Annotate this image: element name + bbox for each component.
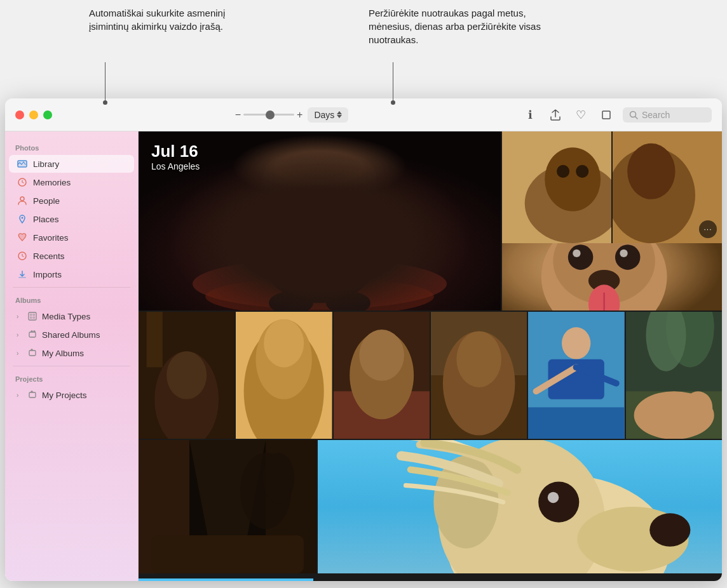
svg-point-95 [548, 492, 559, 504]
favorites-label: Favorites [33, 233, 69, 243]
svg-rect-88 [151, 535, 304, 573]
favorite-button[interactable]: ♡ [572, 106, 590, 124]
svg-point-23 [292, 196, 315, 219]
sidebar-item-imports[interactable]: Imports [9, 265, 134, 283]
more-photos-button[interactable]: ··· [699, 220, 717, 238]
sidebar-item-my-albums[interactable]: › My Albums [9, 344, 134, 362]
favorites-icon [17, 232, 28, 243]
svg-rect-0 [602, 111, 610, 119]
search-placeholder: Search [642, 110, 670, 120]
expand-arrow-my-albums: › [17, 350, 23, 357]
svg-point-5 [20, 197, 24, 201]
info-button[interactable]: ℹ [521, 106, 539, 124]
close-button[interactable] [15, 110, 24, 119]
svg-rect-12 [30, 317, 32, 319]
photo-right-top: ··· [502, 131, 722, 243]
divider-1 [13, 287, 130, 288]
zoom-out-button[interactable]: − [235, 109, 241, 121]
svg-point-31 [339, 157, 377, 208]
svg-rect-13 [33, 317, 36, 319]
photo-right-col: ··· [502, 131, 722, 311]
days-label: Days [314, 110, 334, 120]
svg-line-2 [635, 116, 638, 119]
sidebar-item-media-types[interactable]: › Media Types [9, 307, 134, 325]
search-box[interactable]: Search [623, 107, 712, 123]
sidebar-item-library[interactable]: Library [9, 155, 134, 173]
svg-point-33 [326, 291, 370, 311]
sidebar-item-shared-albums[interactable]: › Shared Albums [9, 326, 134, 344]
share-button[interactable] [547, 106, 564, 124]
tooltip-area: Automatiškai sukurkite asmeninį įsiminti… [0, 0, 727, 102]
photo-med-4[interactable] [431, 312, 527, 439]
svg-point-32 [269, 291, 313, 311]
svg-point-69 [456, 331, 501, 387]
my-projects-label: My Projects [42, 391, 87, 400]
svg-point-6 [22, 217, 24, 219]
sidebar-item-memories[interactable]: Memories [9, 173, 134, 191]
svg-rect-10 [30, 314, 32, 316]
my-albums-label: My Albums [42, 349, 84, 358]
svg-point-94 [538, 482, 579, 523]
svg-point-30 [262, 157, 301, 208]
svg-point-38 [576, 165, 588, 178]
svg-rect-8 [18, 277, 26, 278]
library-label: Library [33, 159, 59, 169]
places-icon [17, 213, 28, 225]
toolbar-center: − + Days [62, 107, 521, 123]
my-albums-icon [27, 347, 38, 359]
svg-rect-14 [29, 332, 36, 337]
memories-icon [17, 177, 28, 188]
zoom-slider: − + [235, 109, 303, 121]
media-types-label: Media Types [42, 312, 90, 321]
maximize-button[interactable] [43, 110, 52, 119]
sidebar-item-favorites[interactable]: Favorites [9, 229, 134, 246]
memories-label: Memories [33, 178, 71, 187]
sidebar-item-recents[interactable]: Recents [9, 247, 134, 265]
svg-rect-55 [147, 312, 163, 367]
sidebar-item-people[interactable]: People [9, 192, 134, 210]
photo-thumbnail-3[interactable] [502, 243, 722, 311]
main-content[interactable]: Jul 16 Los Angeles [139, 131, 722, 581]
photo-thumbnail-1[interactable] [502, 131, 611, 243]
zoom-in-button[interactable]: + [297, 109, 302, 121]
scroll-indicator [139, 578, 722, 581]
chevron-down-icon [337, 115, 342, 118]
svg-rect-9 [29, 312, 36, 320]
svg-point-61 [264, 319, 304, 368]
photo-med-6[interactable] [626, 312, 722, 439]
svg-rect-15 [29, 351, 36, 356]
crop-button[interactable] [597, 106, 615, 124]
annotation-line-left [105, 62, 105, 102]
media-types-icon [27, 311, 38, 322]
recents-label: Recents [33, 251, 65, 261]
days-selector[interactable]: Days [308, 107, 348, 123]
photo-med-5[interactable] [528, 312, 624, 439]
minimize-button[interactable] [29, 110, 38, 119]
photo-dog-wind[interactable] [318, 440, 722, 573]
sidebar: Photos Library Memories [5, 131, 139, 581]
photo-med-1[interactable] [139, 312, 234, 439]
svg-point-37 [557, 165, 569, 178]
photo-med-3[interactable] [334, 312, 430, 439]
sidebar-item-places[interactable]: Places [9, 210, 134, 228]
zoom-track[interactable] [243, 114, 294, 116]
svg-point-65 [359, 330, 404, 381]
svg-point-36 [545, 147, 601, 211]
svg-point-19 [205, 277, 434, 311]
photo-main-large[interactable]: Jul 16 Los Angeles [139, 131, 501, 311]
expand-arrow-media: › [17, 313, 23, 320]
svg-point-26 [327, 199, 344, 217]
svg-point-18 [193, 258, 447, 309]
imports-label: Imports [33, 270, 62, 279]
photo-dark-room[interactable] [139, 440, 316, 573]
svg-point-21 [272, 163, 367, 265]
photo-thumbnail-2[interactable]: ··· [613, 131, 722, 243]
sidebar-item-my-projects[interactable]: › My Projects [9, 386, 134, 404]
svg-point-93 [649, 513, 690, 547]
zoom-thumb[interactable] [266, 110, 275, 119]
toolbar-right: ℹ ♡ Search [521, 106, 712, 124]
svg-point-29 [312, 222, 327, 232]
photo-med-2[interactable] [236, 312, 332, 439]
svg-rect-11 [33, 314, 36, 316]
titlebar: − + Days ℹ ♡ [5, 98, 722, 131]
